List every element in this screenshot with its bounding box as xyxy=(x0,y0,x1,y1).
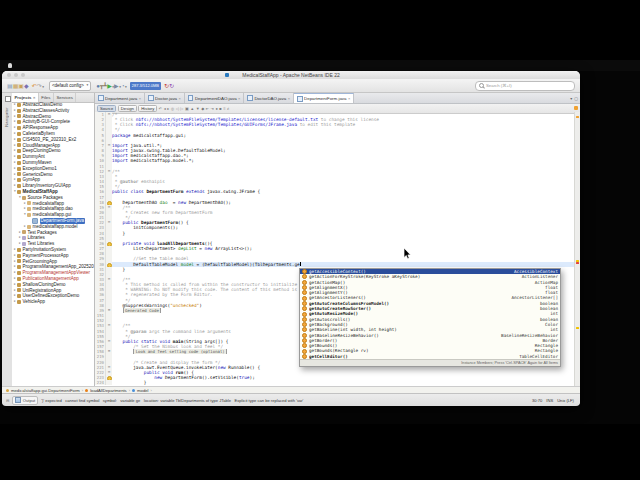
prj-icon xyxy=(17,184,21,188)
previous-bookmark-icon[interactable]: ▲ xyxy=(190,106,194,111)
pkg-icon xyxy=(27,225,31,229)
macro-record-icon[interactable]: ● xyxy=(215,106,217,111)
method-icon xyxy=(85,389,88,392)
file-status-warning-icon[interactable] xyxy=(574,106,578,110)
close-icon[interactable]: × xyxy=(33,95,35,100)
insert-mode-indicator[interactable]: INS xyxy=(546,398,553,403)
prj-icon xyxy=(17,271,21,275)
find-next-icon[interactable]: ▷ xyxy=(180,106,183,111)
java-file-icon xyxy=(148,95,154,101)
editor-tab-label: DoctorDAO.java xyxy=(254,96,286,101)
error-stripe-mark[interactable] xyxy=(576,116,579,118)
pkg-icon xyxy=(27,207,31,211)
completion-method-name: getCellEditor() xyxy=(309,354,515,359)
shift-right-icon[interactable]: ⇥ xyxy=(211,106,214,111)
prj-icon xyxy=(17,143,21,147)
prj-icon xyxy=(17,138,21,142)
line-number: 224 xyxy=(95,380,106,385)
completion-item[interactable]: getCellEditor()TableCellEditor xyxy=(300,354,560,359)
error-stripe[interactable] xyxy=(574,112,580,386)
output-window-tab[interactable]: Output xyxy=(12,396,38,405)
editor-tab[interactable]: Doctor.java× xyxy=(145,93,185,103)
macro-stop-icon[interactable]: ■ xyxy=(219,106,221,111)
maximize-icon[interactable]: ▢ xyxy=(574,96,578,101)
error-stripe-mark[interactable] xyxy=(576,327,579,329)
editor-tab[interactable]: DepartmentDAO.java× xyxy=(185,93,245,103)
variable-icon xyxy=(132,389,135,392)
macos-menu-bar xyxy=(0,60,640,71)
prj-icon xyxy=(17,161,21,165)
tab-list-icon[interactable]: ▾ xyxy=(570,96,572,101)
debug-project-icon[interactable]: ▶ xyxy=(114,83,119,89)
editor-hint-message: ')' expected cannot find symbol symbol: … xyxy=(41,398,529,403)
pkg-icon xyxy=(27,213,31,217)
prj-icon xyxy=(17,103,21,107)
editor-tab-label: DepartmentDAO.java xyxy=(195,96,237,101)
line-ending-indicator[interactable]: Unix (LF) xyxy=(557,398,574,403)
editor-tab[interactable]: DoctorDAO.java× xyxy=(244,93,294,103)
search-placeholder: Search (⌘+I) xyxy=(486,83,512,88)
config-dropdown[interactable]: <default config> ▾ xyxy=(49,81,91,91)
navigator-window-icon[interactable] xyxy=(5,96,11,102)
method-icon xyxy=(302,333,307,338)
prj-icon xyxy=(17,288,21,292)
prj-icon xyxy=(17,254,21,258)
editor-tab[interactable]: Department.java× xyxy=(95,93,145,103)
prj-icon xyxy=(17,114,21,118)
next-bookmark-icon[interactable]: ▼ xyxy=(196,106,200,111)
uncomment-icon[interactable]: ≠ xyxy=(227,106,229,111)
method-icon xyxy=(302,338,307,343)
chevron-down-icon: ▾ xyxy=(87,82,89,89)
editor-tab-strip: Department.java×Doctor.java×DepartmentDA… xyxy=(95,93,580,104)
shift-left-icon[interactable]: ⇤ xyxy=(206,106,209,111)
search-icon xyxy=(479,83,484,88)
find-previous-icon[interactable]: ◁ xyxy=(176,106,179,111)
forward-icon[interactable]: ▸ xyxy=(167,106,169,111)
last-edit-icon[interactable]: ↶ xyxy=(159,106,162,111)
find-selection-icon[interactable]: ◎ xyxy=(171,106,175,111)
code-line-text: } xyxy=(112,380,575,385)
method-icon xyxy=(302,312,307,317)
method-icon xyxy=(302,296,307,301)
profile-sql-icon[interactable]: ↻ xyxy=(169,83,174,89)
mouse-cursor xyxy=(403,247,412,260)
panel-tab-services[interactable]: Services xyxy=(54,93,76,102)
close-icon[interactable]: × xyxy=(139,96,141,101)
panel-tab-projects[interactable]: Projects× xyxy=(12,93,39,102)
toggle-highlight-icon[interactable]: ▣ xyxy=(185,106,189,111)
error-stripe-mark[interactable] xyxy=(576,262,579,264)
projects-tree[interactable]: ▸AbstractClassDemo▸AbstractClassesActivi… xyxy=(12,102,94,386)
navigator-tab[interactable]: Navigator xyxy=(4,107,9,127)
prj-icon xyxy=(17,300,21,304)
profile-project-icon[interactable]: ◔ xyxy=(121,83,125,89)
projects-panel: Projects×FilesServices ▸AbstractClassDem… xyxy=(12,93,95,386)
code-completion-popup: getAccessibleContext()AccessibleContextg… xyxy=(299,268,561,367)
back-icon[interactable]: ◂ xyxy=(164,106,166,111)
panel-tab-files[interactable]: Files xyxy=(39,93,54,102)
close-icon[interactable]: × xyxy=(288,96,290,101)
prj-icon xyxy=(17,172,21,176)
apple-menu-icon[interactable] xyxy=(8,63,12,68)
class-icon xyxy=(6,389,9,392)
save-all-icon[interactable]: ◆ xyxy=(24,83,29,89)
editor-tab[interactable]: DepartmentForm.java× xyxy=(294,93,354,103)
toggle-bookmark-icon[interactable]: ◆ xyxy=(201,106,204,111)
text-caret xyxy=(300,262,301,266)
search-box[interactable]: Search (⌘+I) xyxy=(475,81,575,91)
comment-icon[interactable]: ≡ xyxy=(223,106,225,111)
memory-gauge[interactable]: 287.3/512.0MB xyxy=(130,82,161,90)
chevron-down-icon: ▾ xyxy=(42,85,44,89)
status-bar: ⊟ Output ')' expected cannot find symbol… xyxy=(2,393,580,406)
close-icon[interactable]: × xyxy=(179,96,181,101)
editor-tab-label: DepartmentForm.java xyxy=(304,96,346,101)
prj-icon xyxy=(17,109,21,113)
project-tree-item[interactable]: ▸VehicleApp xyxy=(12,299,94,305)
panel-tab-label: Projects xyxy=(15,95,32,100)
panel-tab-label: Services xyxy=(56,95,72,100)
close-icon[interactable]: × xyxy=(348,96,350,101)
window-group-icon[interactable]: ⊟ xyxy=(6,398,9,403)
close-icon[interactable]: × xyxy=(238,96,240,101)
window-title: MedicalStaffApp - Apache NetBeans IDE 22 xyxy=(2,71,580,79)
method-icon xyxy=(302,354,307,359)
redo-icon[interactable]: ↷ xyxy=(37,83,42,89)
